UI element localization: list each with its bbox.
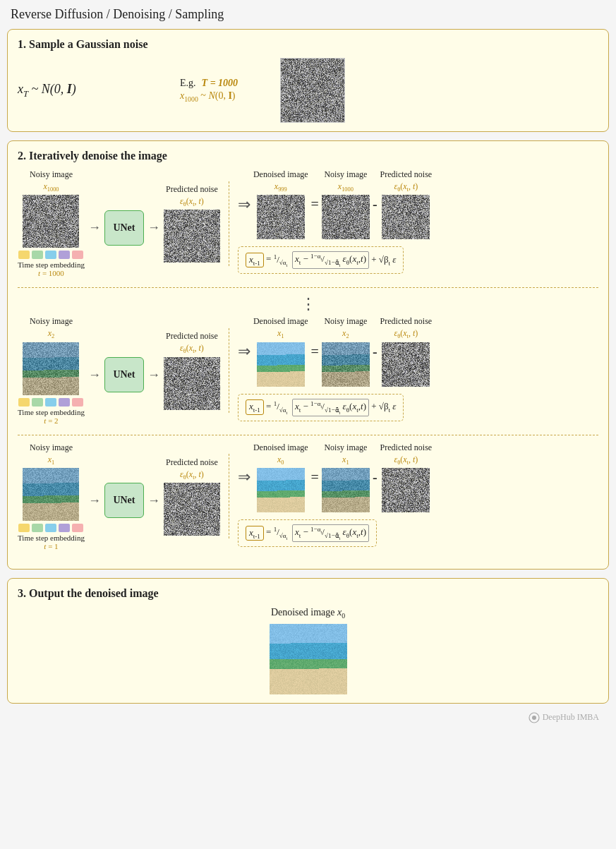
block1-noisy-col: Noisy image x1000 Time step embedding t … (18, 169, 85, 277)
block1-formula: xt-1 = 1/√αt xt − 1−αt/√1−ᾱt εθ(xt,t) + … (238, 246, 404, 274)
emb-3 (45, 251, 56, 259)
sec1-noise-image (280, 58, 345, 123)
block3-noisy2-label: Noisy image (324, 442, 367, 453)
block2-unet-box: UNet (104, 357, 144, 392)
block2-formula-inner: xt − 1−αt/√1−ᾱt εθ(xt,t) (292, 399, 369, 416)
svg-point-1 (532, 716, 536, 720)
block1-pred2-label: Predicted noise (380, 169, 433, 180)
section-3: 3. Output the denoised image Denoised im… (7, 578, 609, 704)
block1-minus: - (373, 196, 378, 212)
b2-emb-1 (18, 398, 30, 407)
block2-unet: UNet (104, 357, 144, 392)
block1-noisy-img (23, 195, 79, 248)
block2-ts-val: t = 2 (44, 416, 58, 425)
sec1-eg-col: E.g. T = 1000 x1000 ~ N(0, I) (180, 78, 238, 103)
block2-pred-label: Predicted noise (166, 331, 218, 342)
block1-noisy-label: Noisy image (30, 169, 73, 180)
sec2-block-2: Noisy image x2 Time step embedding t = 2… (18, 316, 598, 435)
block2-pred-col: Predicted noise εθ(xt, t) (164, 331, 220, 409)
block3-pred-col: Predicted noise εθ(xt, t) (164, 457, 220, 536)
block1-noisy2-img (322, 195, 370, 239)
block2-noisy2-label: Noisy image (324, 316, 367, 327)
block3-denoised-label: Denoised image (253, 442, 308, 453)
block2-noisy-sub: x2 (48, 328, 55, 339)
block1-pred2-sub: εθ(xt, t) (394, 181, 418, 193)
brand-icon (529, 712, 540, 723)
block1-noisy2-label: Noisy image (324, 169, 367, 180)
block2-denoised-col: Denoised image x1 (253, 316, 308, 386)
block2-row: Noisy image x2 Time step embedding t = 2… (18, 316, 598, 424)
sec1-content: xT ~ N(0, I) E.g. T = 1000 x1000 ~ N(0, … (18, 58, 598, 123)
b2-emb-2 (32, 398, 43, 407)
sec1-eg-label: E.g. (180, 78, 196, 89)
section-2: 2. Iteratively denoise the image Noisy i… (7, 140, 609, 570)
b3-emb-3 (45, 524, 56, 532)
block1-left: Noisy image x1000 Time step embedding t … (18, 169, 220, 277)
block1-formula-xt1: xt-1 (246, 253, 264, 268)
block3-double-arrow: ⇒ (238, 468, 250, 486)
block1-pred-col: Predicted noise εθ(xt, t) (164, 184, 220, 263)
sec1-eg-row: E.g. T = 1000 (180, 78, 238, 89)
block3-denoised-img (257, 468, 305, 512)
block1-double-arrow: ⇒ (238, 195, 250, 214)
block3-embedding (18, 524, 83, 532)
block2-denoised-sub: x1 (277, 328, 284, 339)
block3-noisy-sub: x1 (48, 454, 55, 466)
block3-unet: UNet (104, 483, 144, 518)
block1-ts-label: Time step embedding (18, 260, 85, 269)
block2-ts-label: Time step embedding (18, 408, 85, 416)
block2-denoised-label: Denoised image (253, 316, 308, 327)
block2-arrow1: → (88, 368, 101, 383)
block3-noisy2-img (322, 468, 370, 512)
block3-formula-xt1: xt-1 (246, 526, 264, 541)
block2-equals: = (311, 344, 319, 360)
block1-denoised-col: Denoised image x999 (253, 169, 308, 239)
block3-pred-sub: εθ(xt, t) (180, 469, 204, 481)
b2-emb-4 (59, 398, 70, 407)
block3-unet-box: UNet (104, 483, 144, 518)
block2-noisy-col: Noisy image x2 Time step embedding t = 2 (18, 316, 85, 424)
block3-left: Noisy image x1 Time step embedding t = 1… (18, 442, 220, 550)
block2-right: ⇒ Denoised image x1 = Noisy image x2 - (238, 316, 598, 421)
block2-noisy2-img (322, 342, 370, 387)
block1-unet-box: UNet (104, 210, 144, 246)
b2-emb-5 (72, 398, 83, 407)
sec3-content: Denoised image x0 (18, 607, 598, 694)
sec3-label: Denoised image (271, 607, 335, 618)
block2-noisy-label: Noisy image (30, 316, 73, 327)
block2-arrow2: → (147, 368, 160, 383)
sec3-denoised-img (270, 624, 347, 694)
block1-unet: UNet (104, 210, 144, 246)
emb-5 (72, 251, 83, 259)
block3-pred-label: Predicted noise (166, 457, 218, 468)
block2-pred2-img (382, 342, 430, 387)
block3-pred2-sub: εθ(xt, t) (394, 454, 418, 466)
block2-right-top: ⇒ Denoised image x1 = Noisy image x2 - (238, 316, 598, 386)
block1-pred2-img (382, 195, 430, 239)
block1-formula-body: 1/√αt xt − 1−αt/√1−ᾱt εθ(xt,t) + √βt ε (274, 254, 397, 265)
block1-divider (229, 181, 229, 266)
block2-noisy-img (23, 342, 79, 395)
main-title: Reverse Diffusion / Denoising / Sampling (7, 7, 609, 22)
block1-denoised-label: Denoised image (253, 169, 308, 180)
emb-2 (32, 251, 43, 259)
block2-embedding (18, 398, 83, 407)
emb-4 (59, 251, 70, 259)
block1-unet-arrow: → (88, 220, 101, 235)
block2-pred-img (164, 357, 220, 410)
block1-arrow2: → (147, 220, 160, 235)
block3-pred2-img (382, 468, 430, 512)
b3-emb-4 (59, 524, 70, 532)
block3-ts-label: Time step embedding (18, 534, 85, 542)
block3-right-top: ⇒ Denoised image x0 = Noisy image x1 - (238, 442, 598, 512)
block1-embedding (18, 251, 83, 259)
block1-equals: = (311, 196, 319, 212)
block1-denoised-sub: x999 (274, 181, 287, 193)
block1-right-top: ⇒ Denoised image x999 = Noisy image x100… (238, 169, 598, 239)
block2-noisy2-sub: x2 (342, 328, 349, 339)
block2-double-arrow: ⇒ (238, 342, 250, 361)
section-2-title: 2. Iteratively denoise the image (18, 150, 598, 162)
brand-row: DeepHub IMBA (7, 712, 599, 723)
block3-ts-val: t = 1 (44, 542, 58, 550)
block3-arrow2: → (147, 493, 160, 508)
